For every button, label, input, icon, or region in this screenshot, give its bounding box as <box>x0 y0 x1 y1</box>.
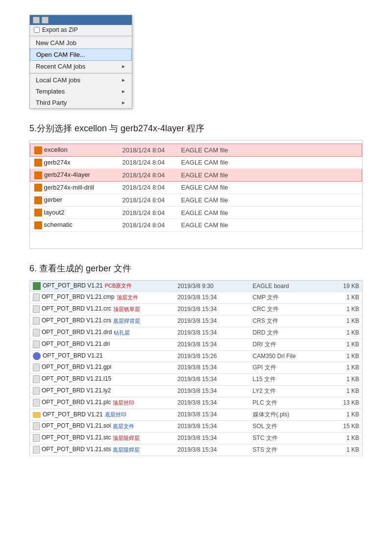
gerber-file-size: 1 KB <box>331 350 363 362</box>
recent-cam-item[interactable]: Recent CAM jobs ► <box>30 61 132 72</box>
gerber-file-name: OPT_POT_BRD V1.21.ly2 <box>30 385 175 397</box>
gerber-file-name: OPT_POT_BRD V1.21.crs底层焊背层 <box>30 315 175 327</box>
cam-file-type: EAGLE CAM file <box>177 156 362 169</box>
cam-file-type: EAGLE CAM file <box>177 144 362 157</box>
gerber-file-size: 13 KB <box>331 397 363 409</box>
file-subtype: 顶层文件 <box>117 294 138 300</box>
brd-icon <box>33 282 41 290</box>
cam-files-table: excellon 2018/1/24 8:04 EAGLE CAM file g… <box>30 144 362 232</box>
titlebar-btn2[interactable] <box>42 17 49 24</box>
local-cam-item[interactable]: Local CAM jobs ► <box>30 74 132 86</box>
local-cam-arrow: ► <box>121 77 126 83</box>
titlebar-btn1[interactable] <box>33 17 40 24</box>
gerber-file-row[interactable]: OPT_POT_BRD V1.21.stc顶层阻焊层 2019/3/8 15:3… <box>30 432 363 444</box>
cam-file-row[interactable]: gerb274x 2018/1/24 8:04 EAGLE CAM file <box>30 156 362 169</box>
gerber-file-row[interactable]: OPT_POT_BRD V1.21.l15 2019/3/8 15:34 L15… <box>30 373 363 385</box>
gerber-file-row[interactable]: OPT_POT_BRD V1.21 2019/3/8 15:26 CAM350 … <box>30 350 363 362</box>
third-party-item[interactable]: Third Party ► <box>30 97 132 108</box>
file-subtype: 底层焊背层 <box>113 318 140 324</box>
cam-file-date: 2018/1/24 8:04 <box>119 206 177 219</box>
cam-file-row[interactable]: gerb274x-4layer 2018/1/24 8:04 EAGLE CAM… <box>30 169 362 182</box>
file-icon <box>33 375 40 383</box>
cam-file-date: 2018/1/24 8:04 <box>119 181 177 194</box>
gerber-file-type: CAM350 Drl File <box>250 350 331 362</box>
gerber-file-row[interactable]: OPT_POT_BRD V1.21.plc顶层丝印 2019/3/8 15:34… <box>30 397 363 409</box>
open-cam-item[interactable]: Open CAM File... <box>30 48 132 61</box>
cam-file-row[interactable]: schematic 2018/1/24 8:04 EAGLE CAM file <box>30 219 362 232</box>
gerber-file-row[interactable]: OPT_POT_BRD V1.21.sol底层文件 2019/3/8 15:34… <box>30 420 363 432</box>
cam-file-type: EAGLE CAM file <box>177 169 362 182</box>
gerber-file-date: 2019/3/8 15:34 <box>174 385 249 397</box>
export-zip-checkbox[interactable] <box>34 27 40 33</box>
file-icon <box>33 399 40 407</box>
gerber-file-name: OPT_POT_BRD V1.21底层丝印 <box>30 409 175 420</box>
export-zip-row[interactable]: Export as ZIP <box>30 25 132 35</box>
recent-cam-arrow: ► <box>121 64 126 69</box>
file-icon <box>33 305 40 313</box>
gerber-file-row[interactable]: OPT_POT_BRD V1.21.gpi 2019/3/8 15:34 GPI… <box>30 362 363 373</box>
gerber-file-type: SOL 文件 <box>250 420 331 432</box>
gerber-file-size: 1 KB <box>331 303 363 315</box>
gerber-file-name: OPT_POT_BRD V1.21.sol底层文件 <box>30 420 175 432</box>
cam-icon <box>34 196 42 204</box>
menu-separator-1 <box>30 36 132 36</box>
gerber-file-size: 1 KB <box>331 385 363 397</box>
cam-icon <box>34 159 42 167</box>
folder-icon <box>33 412 41 418</box>
gerber-file-size: 15 KB <box>331 420 363 432</box>
cam-file-type: EAGLE CAM file <box>177 219 362 232</box>
gerber-file-type: DRD 文件 <box>250 327 331 338</box>
cam-file-name: layout2 <box>30 206 119 219</box>
gerber-file-row[interactable]: OPT_POT_BRD V1.21.drd钻孔层 2019/3/8 15:34 … <box>30 327 363 338</box>
gerber-file-row[interactable]: OPT_POT_BRD V1.21.crs底层焊背层 2019/3/8 15:3… <box>30 315 363 327</box>
gerber-file-type: GPI 文件 <box>250 362 331 373</box>
templates-item[interactable]: Templates ► <box>30 86 132 97</box>
gerber-files-container: OPT_POT_BRD V1.21PCB原文件 2019/3/8 9:30 EA… <box>29 280 363 456</box>
new-cam-item[interactable]: New CAM Job <box>30 37 132 48</box>
gerber-file-name: OPT_POT_BRD V1.21.stc顶层阻焊层 <box>30 432 175 444</box>
cam-file-date: 2018/1/24 8:04 <box>119 156 177 169</box>
gerber-file-size: 1 KB <box>331 409 363 420</box>
file-subtype: PCB原文件 <box>105 283 132 289</box>
gerber-file-name: OPT_POT_BRD V1.21.crc顶层铣草层 <box>30 303 175 315</box>
gerber-file-size: 1 KB <box>331 373 363 385</box>
gerber-file-row[interactable]: OPT_POT_BRD V1.21.crc顶层铣草层 2019/3/8 15:3… <box>30 303 363 315</box>
cam-file-row[interactable]: excellon 2018/1/24 8:04 EAGLE CAM file <box>30 144 362 157</box>
gerber-file-name: OPT_POT_BRD V1.21 <box>30 350 175 362</box>
gerber-file-size: 1 KB <box>331 444 363 456</box>
gerber-file-date: 2019/3/8 15:26 <box>174 350 249 362</box>
gerber-file-date: 2019/3/8 9:30 <box>174 280 249 291</box>
gerber-file-date: 2019/3/8 15:34 <box>174 444 249 456</box>
cam-file-row[interactable]: gerb274x-mill-drill 2018/1/24 8:04 EAGLE… <box>30 181 362 194</box>
gerber-file-date: 2019/3/8 15:34 <box>174 362 249 373</box>
gerber-file-name: OPT_POT_BRD V1.21.sts底层阻焊层 <box>30 444 175 456</box>
cam-icon <box>34 184 42 192</box>
gerber-file-name: OPT_POT_BRD V1.21.l15 <box>30 373 175 385</box>
gerber-file-row[interactable]: OPT_POT_BRD V1.21.sts底层阻焊层 2019/3/8 15:3… <box>30 444 363 456</box>
gerber-file-size: 1 KB <box>331 362 363 373</box>
gerber-files-table: OPT_POT_BRD V1.21PCB原文件 2019/3/8 9:30 EA… <box>29 280 363 456</box>
file-subtype: 顶层阻焊层 <box>113 435 140 441</box>
cam-icon <box>34 221 42 229</box>
gerber-file-row[interactable]: OPT_POT_BRD V1.21.cmp顶层文件 2019/3/8 15:34… <box>30 291 363 303</box>
gerber-file-name: OPT_POT_BRD V1.21.gpi <box>30 362 175 373</box>
file-icon <box>33 422 40 430</box>
file-subtype: 顶层丝印 <box>113 400 134 406</box>
cam-icon <box>34 209 42 217</box>
gerber-file-size: 1 KB <box>331 338 363 350</box>
gerber-file-type: 媒体文件(.pls) <box>250 409 331 420</box>
cam-file-date: 2018/1/24 8:04 <box>119 194 177 207</box>
gerber-file-row[interactable]: OPT_POT_BRD V1.21.dri 2019/3/8 15:34 DRI… <box>30 338 363 350</box>
section6-heading: 6. 查看生成的 gerber 文件 <box>29 263 363 274</box>
gerber-file-row[interactable]: OPT_POT_BRD V1.21PCB原文件 2019/3/8 9:30 EA… <box>30 280 363 291</box>
cam-file-type: EAGLE CAM file <box>177 181 362 194</box>
cam-file-name: gerb274x-4layer <box>30 169 119 182</box>
gerber-file-row[interactable]: OPT_POT_BRD V1.21底层丝印 2019/3/8 15:34 媒体文… <box>30 409 363 420</box>
cam-file-date: 2018/1/24 8:04 <box>119 169 177 182</box>
gerber-file-name: OPT_POT_BRD V1.21.cmp顶层文件 <box>30 291 175 303</box>
gerber-file-size: 1 KB <box>331 315 363 327</box>
cam-file-row[interactable]: layout2 2018/1/24 8:04 EAGLE CAM file <box>30 206 362 219</box>
file-icon <box>33 387 40 395</box>
gerber-file-row[interactable]: OPT_POT_BRD V1.21.ly2 2019/3/8 15:34 LY2… <box>30 385 363 397</box>
cam-file-row[interactable]: gerber 2018/1/24 8:04 EAGLE CAM file <box>30 194 362 207</box>
